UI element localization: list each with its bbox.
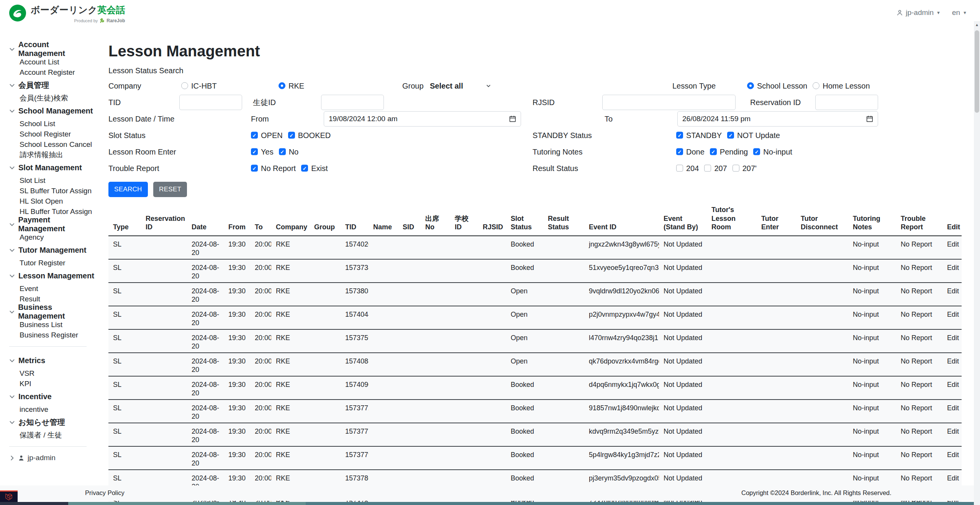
privacy-policy-link[interactable]: Privacy Policy <box>85 489 125 497</box>
checkbox-standby[interactable]: ✓ <box>676 132 683 139</box>
sidebar-item-result[interactable]: Result <box>9 294 97 304</box>
sidebar-item-kpi[interactable]: KPI <box>9 378 97 389</box>
table-row: SL2024-08-2019:3020:00RKE1574020Bookedjn… <box>108 236 962 259</box>
app-logo[interactable]: ボーダーリンク英会話 Produced by RareJob <box>8 4 125 23</box>
cell-result-status <box>543 353 584 376</box>
checkbox-no[interactable]: ✓ <box>279 148 286 155</box>
sidebar-section-account-management[interactable]: Account Management <box>9 41 97 57</box>
tid-input[interactable] <box>179 95 242 110</box>
sidebar-section-tutor-management[interactable]: Tutor Management <box>9 242 97 258</box>
radio-school-lesson[interactable] <box>747 82 754 89</box>
cell-name <box>369 353 398 376</box>
checkbox-no-input[interactable]: ✓ <box>753 148 760 155</box>
sidebar-section-item[interactable]: 会員管理 <box>9 77 97 93</box>
sidebar-section-label: Payment Management <box>18 215 97 233</box>
sidebar-item-hl-buffer-tutor-assign[interactable]: HL Buffer Tutor Assign <box>9 206 97 217</box>
checkbox-yes[interactable]: ✓ <box>251 148 258 155</box>
checkbox-done[interactable]: ✓ <box>676 148 683 155</box>
edit-link[interactable]: Edit <box>947 381 959 388</box>
group-select[interactable]: Select all <box>430 81 491 90</box>
chevron-right-icon <box>9 455 15 461</box>
sidebar-item-event[interactable]: Event <box>9 283 97 294</box>
cell-trouble-report: No Report <box>896 329 942 353</box>
sidebar-item-vsr[interactable]: VSR <box>9 368 97 378</box>
sidebar-item-business-list[interactable]: Business List <box>9 319 97 330</box>
radio-ic-hbt[interactable] <box>181 82 188 89</box>
sidebar-section-metrics[interactable]: Metrics <box>9 353 97 368</box>
sidebar-item-tutor-register[interactable]: Tutor Register <box>9 258 97 268</box>
sidebar-section-business-management[interactable]: Business Management <box>9 304 97 319</box>
sidebar-item-agency[interactable]: Agency <box>9 232 97 242</box>
cell-date: 2024-08-20 <box>187 423 224 446</box>
sidebar-item-account-register[interactable]: Account Register <box>9 67 97 77</box>
edit-link[interactable]: Edit <box>947 357 959 365</box>
sidebar-section-item[interactable]: お知らせ管理 <box>9 415 97 430</box>
sidebar: Account ManagementAccount ListAccount Re… <box>0 39 97 462</box>
radio-rke[interactable] <box>279 82 285 89</box>
date-from-input[interactable]: 19/08/2024 12:00 am <box>324 111 521 127</box>
sidebar-item-school-register[interactable]: School Register <box>9 129 97 139</box>
user-menu[interactable]: jp-admin ▼ <box>896 8 941 17</box>
checkbox-pending[interactable]: ✓ <box>710 148 717 155</box>
sidebar-item-item[interactable]: 会員(生徒)検索 <box>9 93 97 103</box>
sidebar-section-incentive[interactable]: Incentive <box>9 389 97 404</box>
language-menu[interactable]: en ▼ <box>952 8 967 17</box>
sidebar-item-hl-slot-open[interactable]: HL Slot Open <box>9 196 97 206</box>
cell-reservation-id <box>141 259 187 283</box>
rjsid-input[interactable] <box>602 95 736 110</box>
cell-result-status <box>543 446 584 470</box>
page-scrollbar[interactable]: ▲ <box>974 21 980 505</box>
edit-link[interactable]: Edit <box>947 474 959 482</box>
checkbox-exist[interactable]: ✓ <box>301 165 308 172</box>
checkbox-open[interactable]: ✓ <box>251 132 258 139</box>
cell-tid: 1573759 <box>341 329 369 353</box>
edit-link[interactable]: Edit <box>947 334 959 342</box>
sidebar-item-incentive[interactable]: incentive <box>9 404 97 415</box>
reset-button[interactable]: RESET <box>153 182 187 197</box>
sidebar-item-item[interactable]: 保護者 / 生徒 <box>9 430 97 440</box>
sidebar-section-payment-management[interactable]: Payment Management <box>9 217 97 232</box>
edit-link[interactable]: Edit <box>947 240 959 248</box>
cell-name <box>369 306 398 329</box>
option-label: Done <box>686 147 705 156</box>
sidebar-item-item[interactable]: 請求情報抽出 <box>9 150 97 160</box>
checkbox-207[interactable] <box>733 165 739 172</box>
edit-link[interactable]: Edit <box>947 264 959 271</box>
edit-link[interactable]: Edit <box>947 311 959 318</box>
edit-link[interactable]: Edit <box>947 428 959 435</box>
cell-tutor-disconnect <box>796 283 848 306</box>
checkbox-204[interactable] <box>676 165 683 172</box>
sidebar-item-business-register[interactable]: Business Register <box>9 330 97 340</box>
edit-link[interactable]: Edit <box>947 451 959 459</box>
cell-reservation-id <box>141 376 187 400</box>
produced-by-label: Produced by <box>74 18 98 23</box>
reservation-id-input[interactable] <box>815 95 878 110</box>
debugbar-toggle[interactable] <box>0 490 18 502</box>
cell-tutoring-notes: No-input <box>848 306 896 329</box>
sidebar-section-lesson-management[interactable]: Lesson Management <box>9 268 97 283</box>
sidebar-item-sl-buffer-tutor-assign[interactable]: SL Buffer Tutor Assign <box>9 186 97 196</box>
scroll-up-arrow[interactable]: ▲ <box>974 23 980 27</box>
sidebar-item-school-list[interactable]: School List <box>9 118 97 129</box>
table-header-row: TypeReservation IDDateFromToCompanyGroup… <box>108 203 962 236</box>
search-button[interactable]: SEARCH <box>108 182 148 197</box>
sidebar-item-account-list[interactable]: Account List <box>9 57 97 67</box>
sidebar-item-slot-list[interactable]: Slot List <box>9 175 97 186</box>
sidebar-section-slot-management[interactable]: Slot Management <box>9 160 97 175</box>
sidebar-user-menu[interactable]: jp-admin <box>9 454 97 462</box>
edit-link[interactable]: Edit <box>947 287 959 295</box>
cell-group <box>310 423 341 446</box>
checkbox-no-report[interactable]: ✓ <box>251 165 258 172</box>
scrollbar-thumb[interactable] <box>975 30 979 113</box>
cell-edit: Edit <box>942 376 962 400</box>
result-status-label: Result Status <box>533 164 578 173</box>
sidebar-item-school-lesson-cancel[interactable]: School Lesson Cancel <box>9 139 97 150</box>
checkbox-not-update[interactable]: ✓ <box>727 132 734 139</box>
checkbox-booked[interactable]: ✓ <box>288 132 295 139</box>
student-id-input[interactable] <box>321 95 384 110</box>
radio-home-lesson[interactable] <box>813 82 819 89</box>
date-to-input[interactable]: 26/08/2024 11:59 pm <box>677 111 878 127</box>
sidebar-section-school-management[interactable]: School Management <box>9 103 97 118</box>
checkbox-207[interactable] <box>704 165 711 172</box>
edit-link[interactable]: Edit <box>947 404 959 412</box>
